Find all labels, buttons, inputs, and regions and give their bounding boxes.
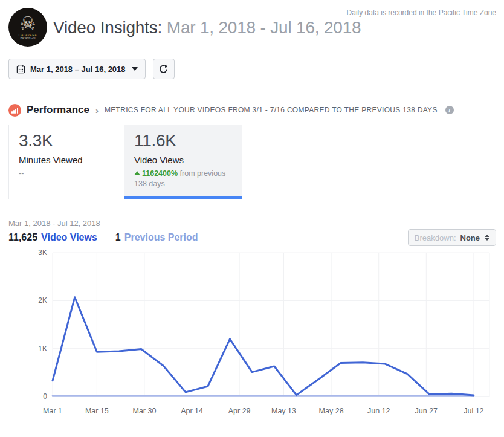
previous-period-toggle[interactable]: Previous Period: [124, 232, 198, 243]
date-range-label: Mar 1, 2018 – Jul 16, 2018: [30, 65, 126, 74]
card-label: Video Views: [134, 155, 233, 165]
card-change: 1162400% from previous 138 days: [134, 169, 233, 189]
card-minutes-viewed[interactable]: 3.3K Minutes Viewed --: [8, 125, 124, 199]
chart-legend-row: 11,625 Video Views 1 Previous Period Bre…: [8, 228, 496, 247]
metric-toggle-video-views[interactable]: Video Views: [41, 232, 97, 243]
chart-canvas: 01K2K3KMar 1Mar 15Mar 30Apr 14Apr 29May …: [0, 249, 504, 430]
performance-header: Performance › METRICS FOR ALL YOUR VIDEO…: [8, 102, 496, 118]
x-axis-label: May 28: [319, 407, 344, 415]
card-change: --: [19, 169, 114, 179]
up-triangle-icon: [134, 171, 140, 175]
x-axis-label: Apr 29: [228, 407, 251, 415]
page-title: Video Insights: Mar 1, 2018 - Jul 16, 20…: [53, 18, 361, 37]
x-axis-label: Jun 27: [415, 407, 438, 415]
caret-down-icon: [132, 67, 138, 71]
chevron-right-icon: ›: [95, 105, 99, 115]
toolbar: Mar 1, 2018 – Jul 16, 2018: [8, 59, 175, 79]
y-axis-label: 1K: [38, 345, 47, 353]
y-axis-label: 0: [43, 392, 47, 401]
card-label: Minutes Viewed: [19, 155, 114, 165]
total-views-value: 11,625: [8, 232, 37, 243]
x-axis-label: May 13: [271, 407, 296, 415]
skull-icon: ☠: [20, 15, 36, 33]
refresh-button[interactable]: [153, 59, 175, 79]
avatar-brand-subtext: Bar and Grill: [20, 37, 35, 40]
section-divider: [0, 92, 504, 92]
calendar-icon: [16, 65, 25, 74]
x-axis-label: Jul 12: [464, 407, 483, 415]
x-axis-label: Mar 15: [85, 407, 109, 415]
previous-period-count: 1: [115, 232, 121, 243]
card-value: 11.6K: [134, 131, 233, 151]
series-line-video-views: [53, 297, 474, 395]
date-range-button[interactable]: Mar 1, 2018 – Jul 16, 2018: [8, 59, 146, 79]
performance-subtitle: METRICS FOR ALL YOUR VIDEOS FROM 3/1 - 7…: [105, 106, 438, 114]
page-avatar[interactable]: ☠ CALAVERA Bar and Grill: [8, 8, 47, 47]
performance-title: Performance: [27, 104, 89, 116]
change-percent: 1162400%: [142, 169, 178, 178]
x-axis-label: Mar 30: [133, 407, 157, 415]
video-views-chart: 01K2K3KMar 1Mar 15Mar 30Apr 14Apr 29May …: [0, 249, 504, 430]
page-title-dates: Mar 1, 2018 - Jul 16, 2018: [167, 18, 361, 37]
x-axis-label: Jun 12: [367, 407, 390, 415]
page-title-label: Video Insights:: [53, 18, 162, 37]
card-value: 3.3K: [19, 131, 114, 151]
refresh-icon: [158, 64, 169, 74]
timezone-note: Daily data is recorded in the Pacific Ti…: [347, 8, 496, 17]
info-icon[interactable]: i: [445, 106, 454, 114]
selected-card-indicator: [124, 196, 242, 199]
x-axis-label: Apr 14: [181, 407, 203, 415]
sort-updown-icon: [485, 235, 489, 241]
chart-date-range: Mar 1, 2018 - Jul 12, 2018: [8, 219, 100, 228]
card-video-views[interactable]: 11.6K Video Views 1162400% from previous…: [124, 125, 242, 199]
y-axis-label: 3K: [38, 249, 47, 257]
breakdown-label: Breakdown:: [415, 233, 456, 242]
breakdown-value: None: [460, 233, 480, 242]
metric-cards: 3.3K Minutes Viewed -- 11.6K Video Views…: [8, 125, 242, 199]
y-axis-label: 2K: [38, 296, 47, 305]
performance-icon: [8, 104, 21, 117]
x-axis-label: Mar 1: [43, 407, 62, 415]
breakdown-select[interactable]: Breakdown: None: [408, 229, 496, 246]
